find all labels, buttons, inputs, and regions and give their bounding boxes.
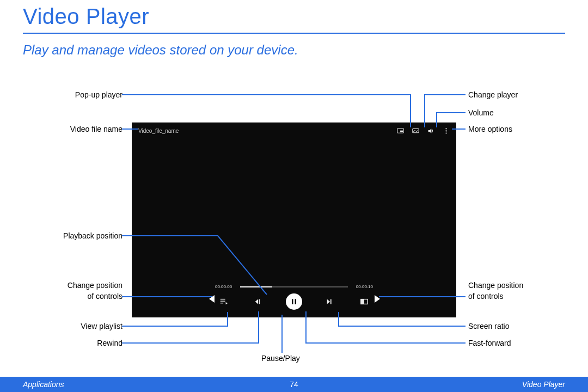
svg-point-3: [445, 128, 446, 129]
seek-row: 00:00:05 00:00:10: [215, 284, 373, 289]
footer-page-number: 74: [290, 380, 298, 389]
footer-right: Video Player: [522, 380, 565, 389]
video-top-bar: Video_file_name: [132, 122, 456, 139]
label-pop-up-player: Pop-up player: [33, 90, 122, 99]
volume-icon[interactable]: [427, 127, 434, 134]
popup-player-icon[interactable]: [396, 127, 404, 134]
video-controls: 00:00:05 00:00:10: [215, 284, 373, 310]
seek-bar[interactable]: [240, 286, 348, 287]
page-title: Video Player: [23, 4, 149, 29]
elapsed-time: 00:00:05: [215, 284, 237, 289]
video-file-name-label: Video_file_name: [138, 128, 179, 134]
video-player-screenshot: Video_file_name 00:00:05 00: [132, 122, 456, 317]
label-change-player: Change player: [468, 90, 566, 99]
seek-fill: [240, 286, 272, 287]
fast-forward-icon[interactable]: [323, 295, 336, 308]
more-options-icon[interactable]: [442, 127, 450, 134]
label-view-playlist: View playlist: [33, 322, 122, 330]
duration-time: 00:00:10: [351, 284, 373, 289]
svg-rect-11: [295, 299, 296, 304]
svg-rect-10: [292, 299, 293, 304]
label-change-position-left-1: Change position: [33, 281, 122, 290]
label-change-position-left-2: of controls: [33, 292, 122, 301]
label-playback-position: Playback position: [33, 231, 122, 240]
svg-rect-12: [330, 299, 332, 304]
label-rewind: Rewind: [33, 339, 122, 347]
change-position-left-icon[interactable]: [209, 295, 215, 303]
svg-point-5: [445, 132, 446, 133]
label-change-position-right-2: of controls: [468, 292, 566, 301]
label-change-position-right-1: Change position: [468, 281, 566, 290]
change-player-icon[interactable]: [412, 127, 419, 134]
svg-rect-1: [400, 130, 403, 132]
pause-play-button[interactable]: [286, 293, 302, 310]
rewind-icon[interactable]: [252, 295, 265, 308]
label-volume: Volume: [468, 108, 566, 117]
footer-bar: Applications 74 Video Player: [0, 377, 588, 392]
label-video-file-name: Video file name: [33, 125, 122, 133]
title-rule: [23, 33, 565, 34]
page-subtitle: Play and manage videos stored on your de…: [23, 42, 298, 58]
label-screen-ratio: Screen ratio: [468, 322, 566, 330]
svg-point-4: [445, 130, 446, 131]
svg-rect-14: [361, 299, 364, 304]
screen-ratio-icon[interactable]: [358, 295, 371, 308]
label-pause-play: Pause/Play: [261, 354, 300, 363]
change-position-right-icon[interactable]: [375, 295, 380, 303]
label-fast-forward: Fast-forward: [468, 339, 566, 347]
footer-left: Applications: [23, 380, 64, 389]
label-more-options: More options: [468, 125, 566, 133]
view-playlist-icon[interactable]: [217, 295, 230, 308]
